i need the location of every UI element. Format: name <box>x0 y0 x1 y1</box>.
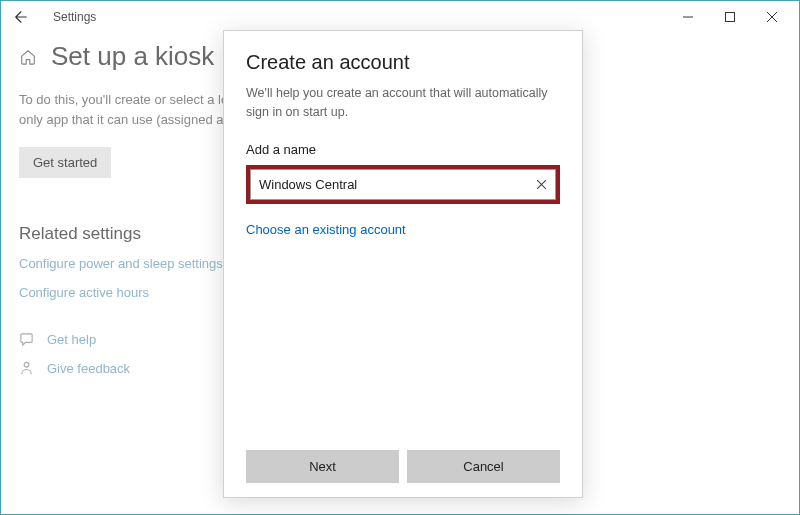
minimize-button[interactable] <box>667 3 709 31</box>
arrow-left-icon <box>14 10 28 24</box>
minimize-icon <box>683 12 693 22</box>
window-title: Settings <box>53 10 96 24</box>
cancel-button[interactable]: Cancel <box>407 450 560 483</box>
help-icon <box>19 332 35 347</box>
name-field-label: Add a name <box>246 142 560 157</box>
feedback-icon <box>19 361 35 376</box>
dialog-title: Create an account <box>246 51 560 74</box>
maximize-button[interactable] <box>709 3 751 31</box>
svg-point-1 <box>24 362 29 367</box>
get-started-button[interactable]: Get started <box>19 147 111 178</box>
next-button[interactable]: Next <box>246 450 399 483</box>
svg-rect-0 <box>726 13 735 22</box>
back-button[interactable] <box>7 3 35 31</box>
titlebar: Settings <box>1 1 799 33</box>
page-title: Set up a kiosk <box>51 41 214 72</box>
name-input[interactable] <box>250 169 528 200</box>
maximize-icon <box>725 12 735 22</box>
name-input-highlight <box>246 165 560 204</box>
link-feedback-label: Give feedback <box>47 361 130 376</box>
clear-input-button[interactable] <box>528 169 556 200</box>
close-button[interactable] <box>751 3 793 31</box>
create-account-dialog: Create an account We'll help you create … <box>223 30 583 498</box>
x-icon <box>537 180 546 189</box>
close-icon <box>767 12 777 22</box>
home-icon[interactable] <box>19 48 37 66</box>
dialog-buttons: Next Cancel <box>246 450 560 483</box>
dialog-subtitle: We'll help you create an account that wi… <box>246 84 560 122</box>
window-controls <box>667 3 793 31</box>
link-get-help-label: Get help <box>47 332 96 347</box>
choose-existing-account-link[interactable]: Choose an existing account <box>246 222 560 237</box>
